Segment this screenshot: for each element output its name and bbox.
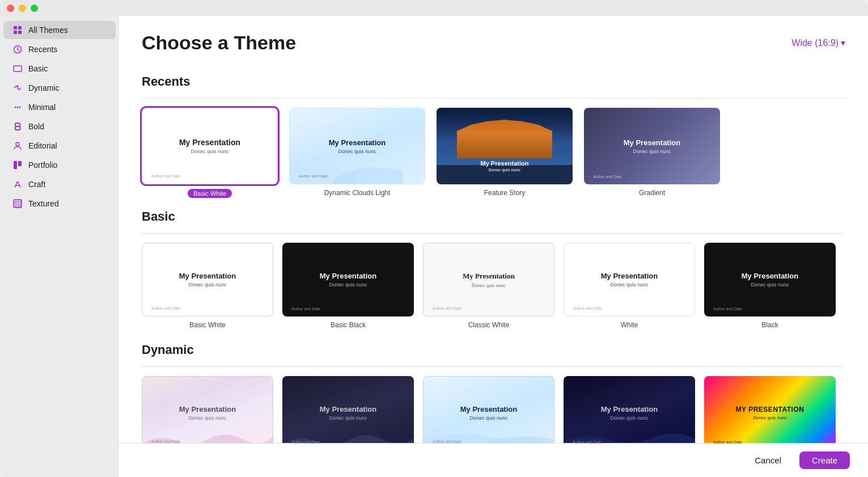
theme-name-recent-feature-story: Feature Story [484,189,526,197]
thumb-author: Author and Date [593,175,622,179]
sidebar-item-bold[interactable]: Bold [3,117,116,136]
theme-card-recent-feature-story[interactable]: My Presentation Donec quis nunc Feature … [437,108,573,198]
craft-icon [12,179,23,189]
sidebar-item-basic[interactable]: Basic [3,60,116,78]
theme-name-black: Black [761,321,778,329]
theme-card-basic-white[interactable]: My Presentation Donec quis nunc Author a… [142,243,273,329]
page-title: Choose a Theme [142,32,296,54]
recents-divider [142,98,845,99]
svg-rect-11 [14,161,17,169]
svg-point-21 [332,167,403,184]
theme-card-classic-white[interactable]: My Presentation Donec quis nunc Author a… [423,243,554,329]
theme-thumbnail-dyn-clouds-dark: My Presentation Donec quis nunc Author a… [564,376,695,450]
thumb-subtitle: Donec quis nunc [633,149,671,154]
sidebar-item-minimal[interactable]: Minimal [3,98,116,116]
sidebar-label-minimal: Minimal [28,103,56,112]
thumb-author: Author and Date [151,306,180,310]
cancel-button[interactable]: Cancel [743,451,793,469]
create-button[interactable]: Create [799,451,850,469]
sidebar-label-all-themes: All Themes [28,26,68,35]
dynamic-icon [12,83,23,93]
minimize-button[interactable] [19,5,26,12]
recents-section-title: Recents [142,74,845,89]
theme-card-white[interactable]: My Presentation Donec quis nunc Author a… [564,243,695,329]
theme-card-recent-dyn-clouds-light[interactable]: My Presentation Donec quis nunc Author a… [289,108,425,198]
theme-thumbnail-classic-white: My Presentation Donec quis nunc Author a… [423,243,554,316]
theme-thumbnail-white: My Presentation Donec quis nunc Author a… [564,243,695,316]
sidebar-item-craft[interactable]: Craft [3,175,116,193]
theme-card-recent-gradient[interactable]: My Presentation Donec quis nunc Author a… [584,108,720,198]
minimal-icon [12,102,23,112]
thumb-title: My Presentation [463,272,515,281]
thumb-title: My Presentation [179,272,236,280]
content-area: Choose a Theme Wide (16:9) ▾ Recents My … [119,16,868,477]
portfolio-icon [12,160,23,170]
thumb-author: Author and Date [713,307,742,311]
thumb-author: Author and Date [713,440,742,444]
titlebar [0,0,868,16]
theme-name-classic-white: Classic White [468,321,510,329]
thumb-title: My Presentation [320,272,376,280]
theme-thumbnail-dyn-waves-light: My Presentation Donec quis nunc Author a… [142,376,273,450]
thumb-subtitle: Donec quis nunc [610,415,648,421]
thumb-author: Author and Date [299,174,328,178]
sidebar-item-all-themes[interactable]: All Themes [3,21,116,39]
theme-card-black[interactable]: My Presentation Donec quis nunc Author a… [704,243,836,329]
sidebar-item-editorial[interactable]: Editorial [3,137,116,155]
sidebar: All Themes Recents Basi [0,16,119,477]
maximize-button[interactable] [31,5,38,12]
thumb-subtitle: Donec quis nunc [753,415,787,420]
svg-point-9 [19,107,21,108]
sidebar-label-portfolio: Portfolio [28,161,57,170]
thumb-title: My Presentation [179,138,240,147]
editorial-icon [12,141,23,151]
sidebar-item-recents[interactable]: Recents [3,40,116,58]
svg-rect-2 [14,31,17,34]
close-button[interactable] [7,5,14,12]
main-layout: All Themes Recents Basi [0,16,868,477]
thumb-subtitle: Donec quis nunc [188,282,226,288]
svg-point-8 [17,107,19,108]
thumb-author: Author and Date [433,440,461,444]
thumb-author: Author and Date [151,440,180,444]
sidebar-item-dynamic[interactable]: Dynamic [3,79,116,97]
content-scroll[interactable]: Recents My Presentation Donec quis nunc … [119,63,868,477]
sidebar-item-textured[interactable]: Textured [3,195,116,213]
app-window: All Themes Recents Basi [0,0,868,477]
sidebar-item-portfolio[interactable]: Portfolio [3,156,116,174]
aspect-selector[interactable]: Wide (16:9) ▾ [791,37,845,48]
sidebar-label-craft: Craft [28,180,45,189]
svg-rect-3 [18,31,22,34]
svg-rect-5 [14,66,22,71]
thumb-subtitle: Donec quis nunc [338,149,376,154]
thumb-subtitle: Donec quis nunc [188,415,226,421]
thumb-title: MY PRESENTATION [736,406,805,413]
thumb-subtitle: Donec quis nunc [329,415,367,421]
thumb-author: Author and Date [291,307,320,311]
theme-thumbnail-basic-black: My Presentation Donec quis nunc Author a… [282,243,414,316]
theme-thumbnail-recent-feature-story: My Presentation Donec quis nunc [437,108,573,184]
feature-text: My Presentation Donec quis nunc [437,160,573,172]
theme-card-basic-black[interactable]: My Presentation Donec quis nunc Author a… [282,243,414,329]
sidebar-label-dynamic: Dynamic [28,83,59,92]
svg-rect-12 [18,161,22,166]
theme-thumbnail-black: My Presentation Donec quis nunc Author a… [704,243,836,316]
basic-grid: My Presentation Donec quis nunc Author a… [142,243,845,329]
thumb-author: Author and Date [573,306,602,310]
thumb-author: Author and Date [151,174,180,178]
theme-thumbnail-dyn-waves-dark: My Presentation Donec quis nunc Author a… [282,376,414,450]
cloud-decoration [290,155,403,184]
svg-point-10 [16,142,19,146]
grid-icon [12,25,23,35]
sidebar-label-textured: Textured [28,199,59,208]
textured-icon [12,199,23,209]
thumb-title: My Presentation [329,138,386,147]
theme-name-basic-black: Basic Black [331,321,366,329]
basic-divider [142,233,845,234]
theme-thumbnail-basic-white: My Presentation Donec quis nunc Author a… [142,243,273,316]
thumb-title: My Presentation [179,405,236,413]
sidebar-label-editorial: Editorial [28,141,57,150]
theme-card-recent-basic-white[interactable]: My Presentation Donec quis nunc Author a… [142,108,278,198]
thumb-subtitle: Donec quis nunc [469,415,507,421]
recents-grid: My Presentation Donec quis nunc Author a… [142,108,845,198]
